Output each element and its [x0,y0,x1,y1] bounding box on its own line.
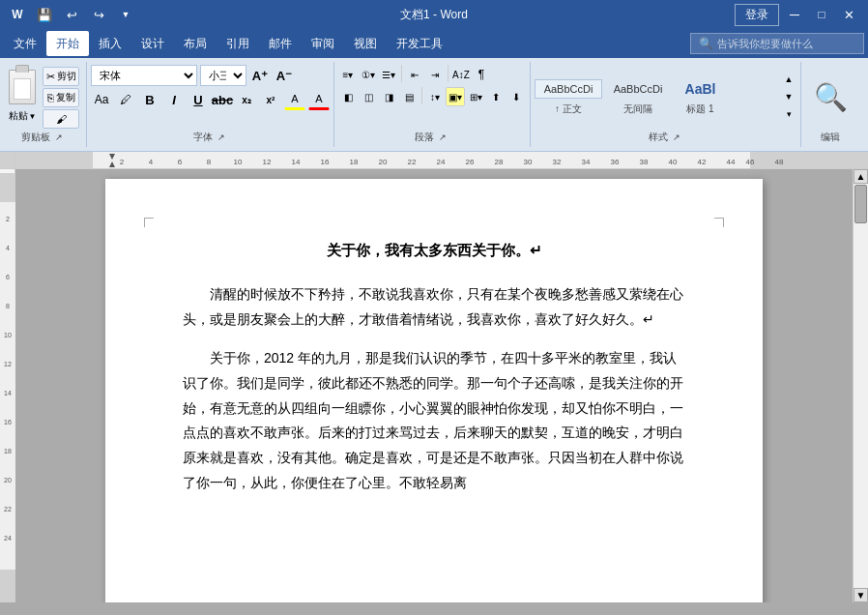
style-scroll-up-btn[interactable]: ▲ [781,72,796,87]
font-expand-btn[interactable]: ↗ [215,131,228,144]
menu-item-design[interactable]: 设计 [131,31,174,56]
decrease-indent-btn[interactable]: ⇤ [405,65,424,84]
menu-item-home[interactable]: 开始 [46,31,89,56]
svg-rect-31 [0,202,15,570]
style-item-normal[interactable]: AaBbCcDi [535,79,602,99]
document-paragraph-1[interactable]: 清醒的时候放不下矜持，不敢说我喜欢你，只有在某个夜晚多愁善感又萦绕在心头，或是朋… [183,282,685,333]
font-name-row: 宋体 小三 A⁺ A⁻ [91,65,295,86]
clipboard-small-btns: ✂ 剪切 ⎘ 复制 🖌 [43,67,79,129]
menu-item-insert[interactable]: 插入 [89,31,131,56]
align-left-btn[interactable]: ◧ [338,87,358,106]
clipboard-expand-btn[interactable]: ↗ [52,131,66,144]
italic-btn[interactable]: I [163,89,185,110]
svg-text:42: 42 [698,158,707,166]
justify-btn[interactable]: ▤ [399,87,419,106]
line-spacing-btn[interactable]: ↕▾ [425,87,445,106]
multilevel-list-btn[interactable]: ☰▾ [379,65,398,84]
svg-text:36: 36 [611,158,620,166]
scroll-thumb[interactable] [854,185,867,223]
shading-btn[interactable]: ▣▾ [446,87,465,106]
menu-item-layout[interactable]: 布局 [174,31,217,56]
horizontal-ruler: 2 4 6 8 10 12 14 16 18 20 22 24 26 28 30… [15,152,868,168]
font-grow-btn[interactable]: A⁺ [249,65,271,86]
clipboard-label: 剪贴板 ↗ [4,129,82,144]
menu-bar: 文件 开始 插入 设计 布局 引用 邮件 审阅 视图 开发工具 🔍 告诉我你想要… [0,29,868,58]
change-case-btn[interactable]: Aa [91,89,112,110]
font-color-btn[interactable]: A [308,89,330,110]
menu-item-view[interactable]: 视图 [344,31,387,56]
scroll-up-btn[interactable]: ▲ [854,169,868,184]
style-item-heading1[interactable]: AaBl [674,77,727,101]
undo-icon[interactable]: ↩ [62,5,81,24]
style-scroll-down-btn[interactable]: ▼ [781,89,796,104]
redo-icon[interactable]: ↪ [89,5,108,24]
font-shrink-btn[interactable]: A⁻ [274,65,295,86]
styles-group-content: AaBbCcDi AaBbCcDi AaBl ↑ 正文 无间隔 [535,65,796,129]
svg-text:8: 8 [207,158,212,166]
close-button[interactable]: ✕ [837,1,860,28]
paste-icon [4,65,41,109]
minimize-button[interactable]: ─ [783,1,806,28]
scroll-down-btn[interactable]: ▼ [854,588,868,602]
document-title[interactable]: 关于你，我有太多东西关于你。↵ [183,237,685,263]
cut-button[interactable]: ✂ 剪切 [43,67,79,86]
subscript-btn[interactable]: x₂ [236,89,257,110]
svg-text:16: 16 [4,419,12,425]
svg-text:20: 20 [4,477,12,483]
menu-item-review[interactable]: 审阅 [302,31,344,56]
scroll-track[interactable] [854,184,868,588]
strikethrough-btn[interactable]: abc [212,89,233,110]
cut-icon: ✂ [46,71,55,83]
vertical-ruler: 2 4 6 8 10 12 14 16 18 20 22 24 [0,169,15,602]
align-center-btn[interactable]: ◫ [359,87,378,106]
copy-button[interactable]: ⎘ 复制 [43,88,79,107]
numbered-list-btn[interactable]: ①▾ [359,65,378,84]
save-icon[interactable]: 💾 [35,5,54,24]
para-list-row: ≡▾ ①▾ ☰▾ ⇤ ⇥ A↕Z ¶ [338,65,491,84]
menu-item-mailing[interactable]: 邮件 [259,31,302,56]
font-name-select[interactable]: 宋体 [91,65,197,86]
underline-btn[interactable]: U [188,89,209,110]
highlight-btn[interactable]: A [284,89,305,110]
paragraph-expand-btn[interactable]: ↗ [436,131,449,144]
menu-item-developer[interactable]: 开发工具 [387,31,452,56]
format-paint-button[interactable]: 🖌 [43,109,79,129]
vertical-scrollbar[interactable]: ▲ ▼ [853,169,868,602]
document-scroll[interactable]: 关于你，我有太多东西关于你。↵ 清醒的时候放不下矜持，不敢说我喜欢你，只有在某个… [15,169,853,602]
bullet-list-btn[interactable]: ≡▾ [338,65,358,84]
show-para-btn[interactable]: ¶ [472,65,491,84]
font-size-select[interactable]: 小三 [200,65,246,86]
para-spacing-btn1[interactable]: ⬆ [486,87,506,106]
svg-text:38: 38 [640,158,649,166]
sort-btn[interactable]: A↕Z [451,65,471,84]
search-icon: 🔍 [699,37,713,50]
maximize-button[interactable]: □ [810,1,833,28]
borders-btn[interactable]: ⊞▾ [466,87,485,106]
increase-indent-btn[interactable]: ⇥ [425,65,445,84]
bold-btn[interactable]: B [139,89,160,110]
styles-group: AaBbCcDi AaBbCcDi AaBl ↑ 正文 无间隔 [531,62,801,147]
align-right-btn[interactable]: ◨ [379,87,398,106]
edit-icon: 🔍 [814,81,848,113]
ribbon-search-box[interactable]: 🔍 告诉我你想要做什么 [690,33,864,54]
style-label-no-spacing: 无间隔 [604,102,672,116]
style-more-btn[interactable]: ▾ [781,106,796,122]
clipboard-group: 粘贴▼ ✂ 剪切 ⎘ 复制 🖌 剪贴板 ↗ [0,62,87,147]
paste-button[interactable]: 粘贴▼ [4,65,41,123]
svg-text:24: 24 [4,535,12,542]
superscript-btn[interactable]: x² [260,89,281,110]
menu-item-references[interactable]: 引用 [217,31,259,56]
horizontal-ruler-container: 2 4 6 8 10 12 14 16 18 20 22 24 26 28 30… [0,152,868,169]
title-bar-left: W 💾 ↩ ↪ ▼ [8,5,135,24]
quick-access-dropdown[interactable]: ▼ [116,5,135,24]
styles-expand-btn[interactable]: ↗ [670,131,683,144]
para-spacing-btn2[interactable]: ⬇ [506,87,526,106]
clear-format-btn[interactable]: 🖊 [115,89,136,110]
style-item-no-spacing[interactable]: AaBbCcDi [604,79,672,99]
svg-text:6: 6 [178,158,183,166]
svg-text:4: 4 [6,245,10,251]
login-button[interactable]: 登录 [735,4,779,26]
menu-item-file[interactable]: 文件 [4,31,46,56]
document-paragraph-2[interactable]: 关于你，2012 年的九月，那是我们认识的季节，在四十多平米的教室里，我认识了你… [183,346,685,496]
copy-icon: ⎘ [47,92,54,103]
